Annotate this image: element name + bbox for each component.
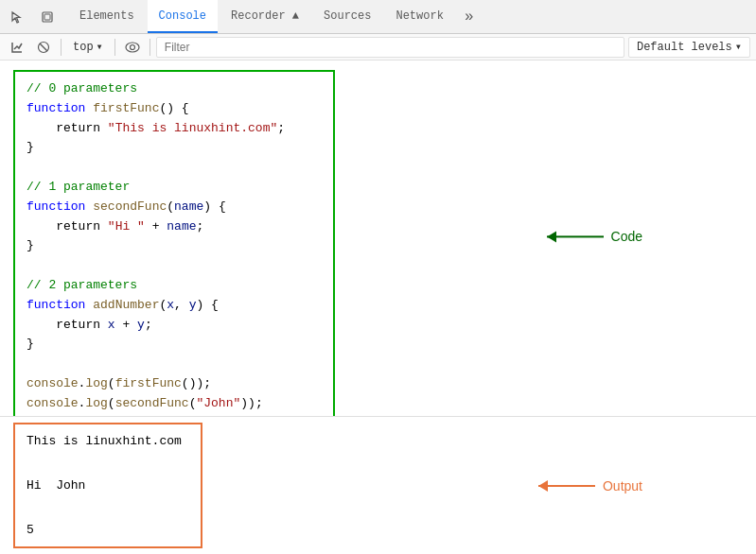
- output-box: This is linuxhint.com Hi John 5: [13, 423, 202, 548]
- context-selector[interactable]: top ▾: [67, 38, 109, 56]
- code-line: console.log(secondFunc("John"));: [26, 394, 322, 414]
- code-box: // 0 parameters function firstFunc() { r…: [13, 70, 335, 416]
- code-line: // 1 parameter: [26, 178, 322, 198]
- clear-button[interactable]: [32, 36, 55, 59]
- eye-button[interactable]: [121, 36, 144, 59]
- code-line: [26, 256, 322, 276]
- levels-selector[interactable]: Default levels ▾: [628, 37, 750, 58]
- code-line: console.log(firstFunc());: [26, 374, 322, 394]
- code-line: }: [26, 138, 322, 158]
- chevron-down-icon: ▾: [735, 40, 742, 54]
- code-line: }: [26, 335, 322, 355]
- code-section: // 0 parameters function firstFunc() { r…: [0, 61, 756, 416]
- output-section: This is linuxhint.com Hi John 5 Output: [0, 416, 756, 554]
- more-tabs-button[interactable]: »: [457, 0, 482, 33]
- code-line: }: [26, 236, 322, 256]
- console-toolbar: top ▾ Default levels ▾: [0, 34, 756, 61]
- svg-line-3: [40, 43, 47, 51]
- code-line: return "This is linuxhint.com";: [26, 119, 322, 139]
- code-line: return x + y;: [26, 316, 322, 336]
- devtools-icons: [4, 4, 61, 30]
- execute-button[interactable]: [6, 36, 28, 59]
- code-line: return "Hi " + name;: [26, 217, 322, 237]
- tab-elements[interactable]: Elements: [68, 0, 146, 33]
- code-line: [26, 158, 322, 178]
- output-arrow: [538, 485, 595, 487]
- output-line: Hi John: [26, 475, 189, 496]
- code-line: // 0 parameters: [26, 79, 322, 99]
- code-line: function addNumber(x, y) {: [26, 296, 322, 316]
- tabs-container: Elements Console Recorder ▲ Sources Netw…: [68, 0, 482, 33]
- filter-input[interactable]: [156, 37, 624, 58]
- toolbar-divider2: [114, 39, 115, 56]
- console-main: // 0 parameters function firstFunc() { r…: [0, 61, 756, 554]
- toolbar-divider: [61, 39, 62, 56]
- code-line: // 2 parameters: [26, 276, 322, 296]
- code-line: function secondFunc(name) {: [26, 198, 322, 217]
- tab-network[interactable]: Network: [384, 0, 454, 33]
- cursor-icon[interactable]: [4, 4, 30, 30]
- code-arrow: [547, 235, 604, 237]
- code-line: [26, 355, 322, 374]
- tab-recorder[interactable]: Recorder ▲: [220, 0, 310, 33]
- output-label: Output: [538, 478, 642, 493]
- tab-sources[interactable]: Sources: [312, 0, 382, 33]
- svg-point-4: [126, 43, 139, 52]
- output-line: [26, 496, 189, 518]
- output-line: 5: [26, 519, 189, 541]
- inspect-icon[interactable]: [34, 4, 61, 30]
- tab-bar: Elements Console Recorder ▲ Sources Netw…: [0, 0, 756, 34]
- output-line: This is linuxhint.com: [26, 430, 189, 452]
- tab-console[interactable]: Console: [148, 0, 218, 33]
- toolbar-divider3: [149, 39, 150, 56]
- svg-point-5: [130, 44, 134, 49]
- code-line: function firstFunc() {: [26, 99, 322, 119]
- chevron-down-icon: ▾: [97, 40, 103, 54]
- code-label: Code: [547, 229, 642, 244]
- svg-rect-1: [44, 14, 50, 20]
- output-line: [26, 452, 189, 474]
